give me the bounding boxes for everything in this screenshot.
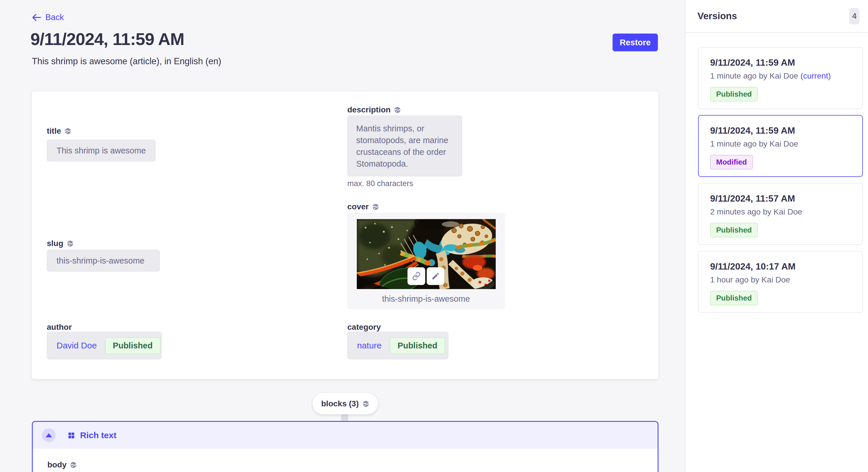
globe-icon [394,106,401,113]
category-status-badge: Published [390,337,445,354]
page-subtitle: This shrimp is awesome (article), in Eng… [32,56,221,67]
slug-field-label: slug [47,239,74,248]
versions-count-badge: 4 [849,8,859,24]
page-title: 9/11/2024, 11:59 AM [30,29,184,49]
arrow-left-icon [32,13,41,22]
cover-edit-button[interactable] [427,267,445,285]
component-grid-icon [67,432,75,439]
rich-text-component-header[interactable]: Rich text [33,422,658,449]
description-textarea: Mantis shrimps, or stomatopods, are mari… [347,115,462,176]
rich-text-component-block: Rich text body [32,421,658,472]
version-status-badge: Published [710,291,758,305]
cover-label-text: cover [347,202,369,211]
category-field-label: category [347,323,381,332]
description-field-label: description [347,105,401,114]
version-card[interactable]: 9/11/2024, 11:57 AM 2 minutes ago by Kai… [698,183,863,245]
globe-icon [362,400,369,407]
pencil-icon [431,272,440,280]
main-content: Back 9/11/2024, 11:59 AM This shrimp is … [0,0,685,472]
version-status-badge: Published [710,223,758,237]
slug-label-text: slug [47,239,63,248]
globe-icon [64,128,71,135]
category-label-text: category [347,323,381,332]
globe-icon [67,240,74,247]
rich-text-component-body: body [33,449,658,469]
title-input: This shrimp is awesome [47,140,156,162]
restore-button[interactable]: Restore [613,34,658,51]
version-meta-text: 1 minute ago by Kai Doe [710,71,798,80]
blocks-field-pill: blocks (3) [313,393,378,414]
caret-up-icon [45,433,52,437]
version-status-badge: Modified [710,155,753,169]
author-field-label: author [47,323,72,332]
version-date: 9/11/2024, 11:59 AM [710,125,851,136]
title-label-text: title [47,127,61,136]
cover-caption: this-shrimp-is-awesome [348,294,504,304]
version-card[interactable]: 9/11/2024, 11:59 AM 1 minute ago by Kai … [698,47,863,109]
author-label-text: author [47,323,72,332]
collapse-toggle-button[interactable] [42,429,56,442]
body-field-label: body [48,460,658,469]
version-status-badge: Published [710,87,758,102]
versions-header: Versions 4 [685,0,868,33]
author-status-badge: Published [105,337,160,354]
version-meta: 1 minute ago by Kai Doe [710,139,851,149]
category-relation-link[interactable]: nature [357,341,381,350]
description-label-text: description [347,105,391,114]
blocks-pill-label: blocks (3) [321,399,359,408]
versions-sidebar: Versions 4 9/11/2024, 11:59 AM 1 minute … [685,0,868,472]
version-meta-text: 2 minutes ago by Kai Doe [710,207,802,216]
version-meta: 1 minute ago by Kai Doe(current) [710,71,851,81]
cover-media-card: this-shrimp-is-awesome [347,213,505,309]
version-date: 9/11/2024, 10:17 AM [710,261,851,272]
version-meta-text: 1 minute ago by Kai Doe [710,139,798,148]
body-label-text: body [48,460,67,469]
form-preview-card: title This shrimp is awesome description… [32,92,658,379]
version-current-label: (current) [801,71,831,80]
version-meta: 1 hour ago by Kai Doe [710,275,851,285]
versions-list: 9/11/2024, 11:59 AM 1 minute ago by Kai … [685,33,868,313]
version-meta: 2 minutes ago by Kai Doe [710,207,851,217]
globe-icon [372,203,379,210]
description-hint: max. 80 characters [347,179,413,188]
slug-input: this-shrimp-is-awesome [47,250,160,272]
cover-link-button[interactable] [408,267,425,285]
version-card[interactable]: 9/11/2024, 10:17 AM 1 hour ago by Kai Do… [698,251,863,313]
version-date: 9/11/2024, 11:59 AM [710,57,851,68]
cover-field-label: cover [347,202,379,211]
category-relation-box: nature Published [347,332,448,359]
title-field-label: title [47,127,71,136]
globe-icon [70,461,77,469]
back-link[interactable]: Back [32,12,64,22]
cover-actions [408,267,445,285]
back-label: Back [45,12,64,22]
author-relation-box: David Doe Published [47,332,162,359]
version-date: 9/11/2024, 11:57 AM [710,193,851,204]
author-relation-link[interactable]: David Doe [57,341,97,350]
component-name: Rich text [80,430,117,440]
version-meta-text: 1 hour ago by Kai Doe [710,275,790,284]
version-card-selected[interactable]: 9/11/2024, 11:59 AM 1 minute ago by Kai … [698,115,863,177]
versions-title: Versions [698,11,737,22]
link-icon [412,272,421,280]
